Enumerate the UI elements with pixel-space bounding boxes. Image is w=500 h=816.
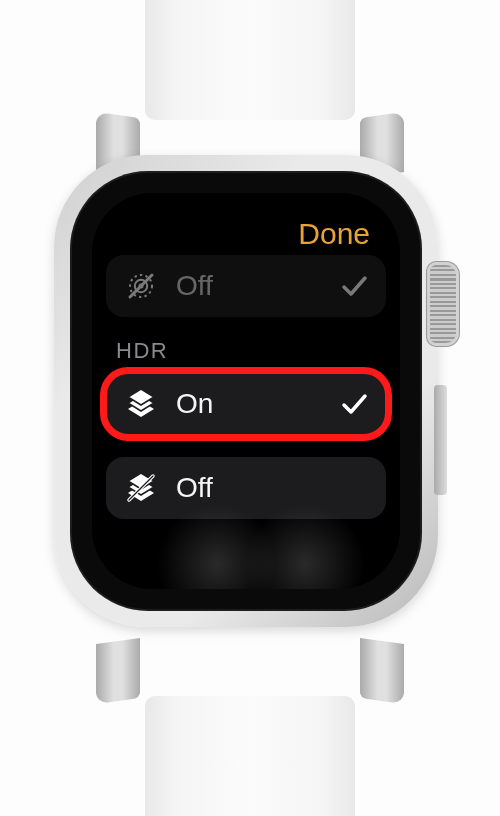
row-label: Off [176,270,320,302]
option-row-livephoto-off[interactable]: Off [106,255,386,317]
case-lug [96,638,140,704]
option-row-hdr-off[interactable]: Off [106,457,386,519]
section-header-hdr: HDR [116,338,168,364]
watch-screen: Done Off [92,193,400,589]
watch-band-top [145,0,355,120]
hdr-off-icon [124,471,158,505]
header: Done [92,217,400,251]
livephoto-off-icon [124,270,158,302]
watch-bezel: Done Off [70,171,422,611]
watch-case: Done Off [54,155,438,627]
checkmark-icon [338,272,368,300]
side-button[interactable] [434,385,447,495]
svg-line-3 [130,275,152,297]
checkmark-icon [338,390,368,418]
hdr-on-icon [124,387,158,421]
done-button[interactable]: Done [298,217,370,251]
watch-band-bottom [145,696,355,816]
row-label: Off [176,472,320,504]
case-lug [360,638,404,704]
digital-crown[interactable] [430,265,456,343]
option-row-hdr-on[interactable]: On [106,373,386,435]
row-label: On [176,388,320,420]
